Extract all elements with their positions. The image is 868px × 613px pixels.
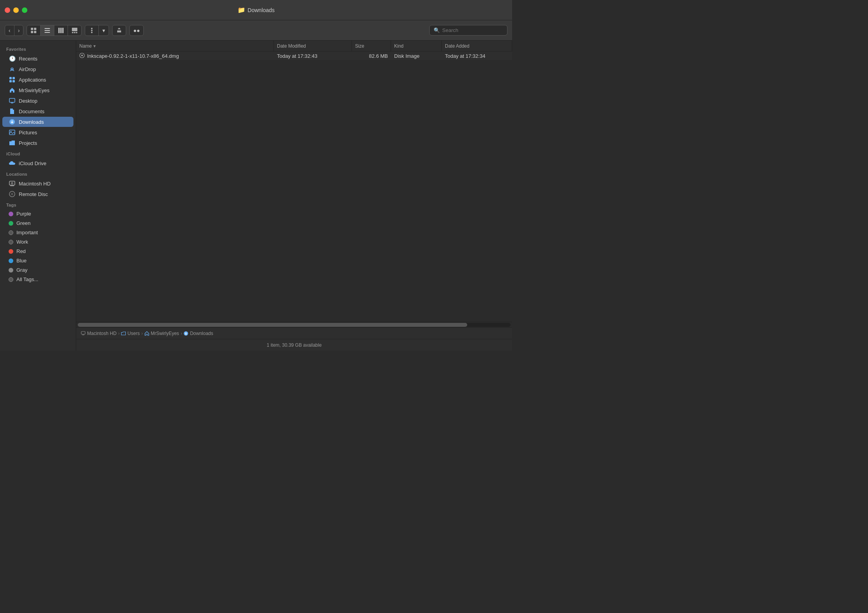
breadcrumb-sep-1: › xyxy=(118,331,120,336)
breadcrumb-downloads[interactable]: Downloads xyxy=(184,331,213,336)
status-text: 1 item, 30.39 GB available xyxy=(267,342,322,348)
svg-rect-21 xyxy=(13,80,15,82)
action-button[interactable]: ●● xyxy=(129,25,144,36)
icon-view-button[interactable] xyxy=(27,25,41,36)
list-view-button[interactable] xyxy=(41,25,54,36)
svg-rect-28 xyxy=(10,185,14,186)
sidebar-item-desktop[interactable]: Desktop xyxy=(2,96,73,106)
svg-rect-12 xyxy=(74,32,75,33)
sidebar-item-blue[interactable]: Blue xyxy=(2,256,73,265)
file-name: Inkscape-0.92.2-1-x11-10.7-x86_64.dmg xyxy=(87,53,179,59)
column-name-header[interactable]: Name ▾ xyxy=(76,41,274,51)
file-kind: Disk Image xyxy=(391,53,442,59)
applications-icon xyxy=(9,76,16,83)
downloads-icon xyxy=(9,118,16,125)
nav-buttons: ‹ › xyxy=(5,25,23,36)
blue-dot xyxy=(9,258,13,263)
sidebar-item-remote-disc[interactable]: Remote Disc xyxy=(2,189,73,199)
forward-button[interactable]: › xyxy=(14,25,23,36)
view-options-button[interactable] xyxy=(85,25,99,36)
breadcrumb-users-label: Users xyxy=(127,331,139,336)
svg-rect-6 xyxy=(45,32,50,33)
sidebar-item-work[interactable]: Work xyxy=(2,237,73,246)
icloud-section-label: iCloud xyxy=(0,148,76,158)
desktop-icon xyxy=(9,97,16,104)
sidebar-item-projects[interactable]: Projects xyxy=(2,138,73,148)
column-headers: Name ▾ Date Modified Size Kind Date Adde… xyxy=(76,41,512,52)
back-button[interactable]: ‹ xyxy=(5,25,14,36)
close-button[interactable] xyxy=(5,7,10,13)
breadcrumb-macintosh-hd[interactable]: Macintosh HD xyxy=(81,331,116,336)
favorites-section-label: Favorites xyxy=(0,44,76,53)
macintosh-hd-icon xyxy=(9,180,16,187)
svg-rect-3 xyxy=(34,31,36,33)
sidebar-item-applications[interactable]: Applications xyxy=(2,75,73,85)
svg-rect-19 xyxy=(13,77,15,79)
sidebar-item-mrswirlyeyes[interactable]: MrSwirlyEyes xyxy=(2,85,73,95)
column-view-button[interactable] xyxy=(54,25,68,36)
sidebar-item-purple-label: Purple xyxy=(16,211,31,217)
horizontal-scrollbar[interactable] xyxy=(76,322,512,327)
sidebar-item-pictures[interactable]: Pictures xyxy=(2,127,73,137)
sidebar-item-recents[interactable]: 🕐 Recents xyxy=(2,53,73,64)
file-date-added: Today at 17:32:34 xyxy=(442,53,512,59)
sidebar-item-gray[interactable]: Gray xyxy=(2,266,73,274)
svg-rect-4 xyxy=(45,28,50,29)
svg-rect-13 xyxy=(76,32,77,33)
sidebar-item-documents[interactable]: Documents xyxy=(2,106,73,116)
sidebar-item-downloads[interactable]: Downloads xyxy=(2,117,73,127)
breadcrumb-bar: Macintosh HD › Users › MrSwirlyEyes › xyxy=(76,327,512,339)
column-date-added-header[interactable]: Date Added xyxy=(442,41,512,51)
svg-rect-23 xyxy=(11,103,13,103)
sidebar-item-airdrop-label: AirDrop xyxy=(19,66,36,72)
sidebar-item-projects-label: Projects xyxy=(19,140,37,146)
icloud-icon xyxy=(9,160,16,167)
green-dot xyxy=(9,221,13,226)
column-kind-header[interactable]: Kind xyxy=(391,41,442,51)
file-size: 82.6 MB xyxy=(352,53,391,59)
breadcrumb-users[interactable]: Users xyxy=(121,331,139,336)
sidebar-item-desktop-label: Desktop xyxy=(19,98,38,104)
sidebar-item-green[interactable]: Green xyxy=(2,219,73,228)
svg-point-29 xyxy=(11,182,13,184)
search-box[interactable]: 🔍 xyxy=(429,25,507,36)
home-icon xyxy=(9,87,16,94)
file-browser-content: Name ▾ Date Modified Size Kind Date Adde… xyxy=(76,41,512,351)
titlebar: 📁 Downloads xyxy=(0,0,512,20)
column-date-modified-header[interactable]: Date Modified xyxy=(274,41,352,51)
sidebar-item-airdrop[interactable]: AirDrop xyxy=(2,64,73,74)
sidebar-item-documents-label: Documents xyxy=(19,109,45,114)
sidebar-item-icloud-drive-label: iCloud Drive xyxy=(19,160,46,166)
gallery-view-button[interactable] xyxy=(68,25,81,36)
window-title: 📁 Downloads xyxy=(238,6,275,14)
svg-rect-34 xyxy=(81,331,85,334)
locations-section-label: Locations xyxy=(0,169,76,178)
svg-point-16 xyxy=(91,32,93,33)
svg-point-33 xyxy=(81,55,83,56)
projects-icon xyxy=(9,139,16,146)
status-bar: 1 item, 30.39 GB available xyxy=(76,339,512,351)
sidebar-item-red[interactable]: Red xyxy=(2,247,73,256)
table-row[interactable]: Inkscape-0.92.2-1-x11-10.7-x86_64.dmg To… xyxy=(76,52,512,60)
svg-rect-1 xyxy=(34,28,36,30)
column-size-header[interactable]: Size xyxy=(352,41,391,51)
view-options-chevron[interactable]: ▾ xyxy=(99,25,109,36)
maximize-button[interactable] xyxy=(22,7,27,13)
sidebar-item-mrswirlyeyes-label: MrSwirlyEyes xyxy=(19,87,50,93)
scrollbar-thumb[interactable] xyxy=(78,323,467,327)
sidebar-item-purple[interactable]: Purple xyxy=(2,209,73,218)
red-dot xyxy=(9,249,13,254)
share-button[interactable] xyxy=(112,25,126,36)
breadcrumb-mrswirlyeyes[interactable]: MrSwirlyEyes xyxy=(145,331,179,336)
sidebar-item-important[interactable]: Important xyxy=(2,228,73,237)
sidebar-item-macintosh-hd[interactable]: Macintosh HD xyxy=(2,178,73,189)
downloads-crumb-icon xyxy=(184,331,188,336)
purple-dot xyxy=(9,212,13,216)
gray-dot xyxy=(9,268,13,273)
file-list: Inkscape-0.92.2-1-x11-10.7-x86_64.dmg To… xyxy=(76,52,512,322)
sidebar-item-icloud-drive[interactable]: iCloud Drive xyxy=(2,158,73,168)
sidebar-item-gray-label: Gray xyxy=(16,267,27,273)
search-input[interactable] xyxy=(442,27,503,33)
sidebar-item-all-tags[interactable]: All Tags... xyxy=(2,275,73,284)
minimize-button[interactable] xyxy=(13,7,19,13)
